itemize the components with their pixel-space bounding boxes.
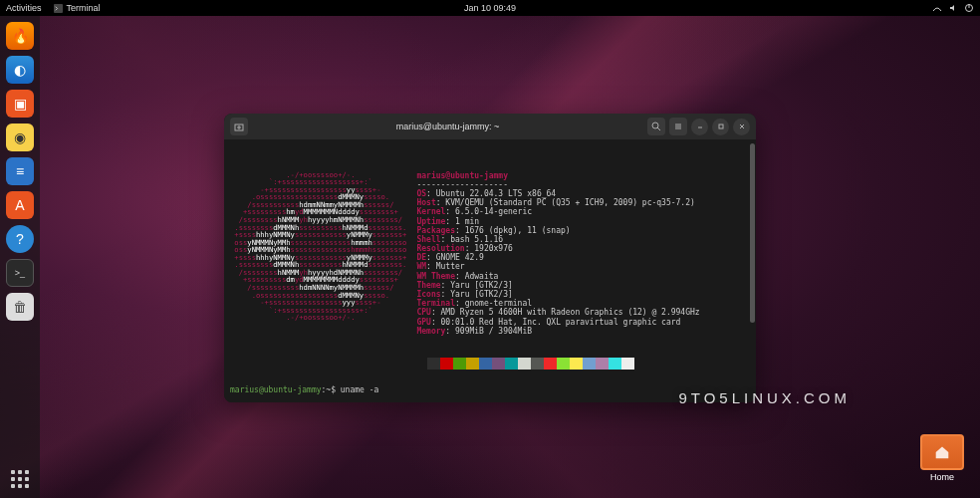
plus-tab-icon: [234, 122, 244, 131]
dock-writer[interactable]: ≡: [6, 157, 34, 185]
color-palette: [427, 358, 750, 370]
neofetch-output: .-/+oossssoo+/-. `:+ssssssssssssssssss+:…: [230, 171, 750, 336]
close-button[interactable]: [733, 119, 750, 135]
system-info: marius@ubuntu-jammy ------------------- …: [416, 171, 699, 336]
clock[interactable]: Jan 10 09:49: [464, 3, 516, 13]
terminal-title: marius@ubuntu-jammy: ~: [252, 122, 643, 131]
activities-button[interactable]: Activities: [6, 3, 42, 13]
topbar-app-label: Terminal: [67, 3, 101, 13]
terminal-body[interactable]: .-/+oossssoo+/-. `:+ssssssssssssssssss+:…: [224, 139, 756, 402]
minimize-button[interactable]: [691, 119, 708, 135]
volume-icon: [948, 3, 958, 13]
maximize-button[interactable]: [712, 119, 729, 135]
command-uname: uname -a: [341, 385, 379, 394]
show-applications-button[interactable]: [11, 470, 29, 488]
home-folder-icon: [920, 434, 964, 470]
dock-terminal[interactable]: >_: [6, 259, 34, 287]
svg-line-7: [657, 127, 660, 130]
watermark: 9TO5LINUX.COM: [678, 389, 851, 406]
hamburger-icon: [673, 122, 683, 131]
terminal-titlebar[interactable]: marius@ubuntu-jammy: ~: [224, 114, 756, 139]
svg-rect-0: [54, 4, 63, 13]
search-button[interactable]: [647, 118, 665, 135]
new-tab-button[interactable]: [230, 118, 248, 135]
dock-help[interactable]: ?: [6, 225, 34, 253]
terminal-icon: [54, 4, 63, 13]
close-icon: [738, 123, 746, 130]
topbar-app-menu[interactable]: Terminal: [54, 3, 101, 13]
scrollbar[interactable]: [750, 143, 755, 323]
dock-rhythmbox[interactable]: ◉: [6, 124, 34, 151]
menu-button[interactable]: [669, 118, 687, 135]
dock-files[interactable]: ▣: [6, 90, 34, 118]
search-icon: [651, 122, 661, 131]
svg-rect-12: [719, 124, 723, 128]
prompt-line-1: marius@ubuntu-jammy:~$ uname -a: [230, 385, 750, 394]
dock: 🔥 ◐ ▣ ◉ ≡ A ? >_ 🗑: [0, 16, 40, 498]
minimize-icon: [696, 123, 704, 130]
dock-trash[interactable]: 🗑: [6, 293, 34, 321]
terminal-window: marius@ubuntu-jammy: ~ .-/+oossssoo+/-. …: [224, 114, 756, 402]
dock-firefox[interactable]: 🔥: [6, 22, 34, 50]
desktop-home-icon[interactable]: Home: [916, 434, 968, 482]
desktop-home-label: Home: [916, 472, 968, 482]
dock-thunderbird[interactable]: ◐: [6, 56, 34, 84]
maximize-icon: [717, 123, 725, 130]
ascii-logo: .-/+oossssoo+/-. `:+ssssssssssssssssss+:…: [230, 171, 406, 336]
gnome-topbar: Activities Terminal Jan 10 09:49: [0, 0, 980, 16]
dock-software[interactable]: A: [6, 191, 34, 219]
system-tray[interactable]: [932, 3, 974, 13]
power-icon: [964, 3, 974, 13]
network-icon: [932, 3, 942, 13]
